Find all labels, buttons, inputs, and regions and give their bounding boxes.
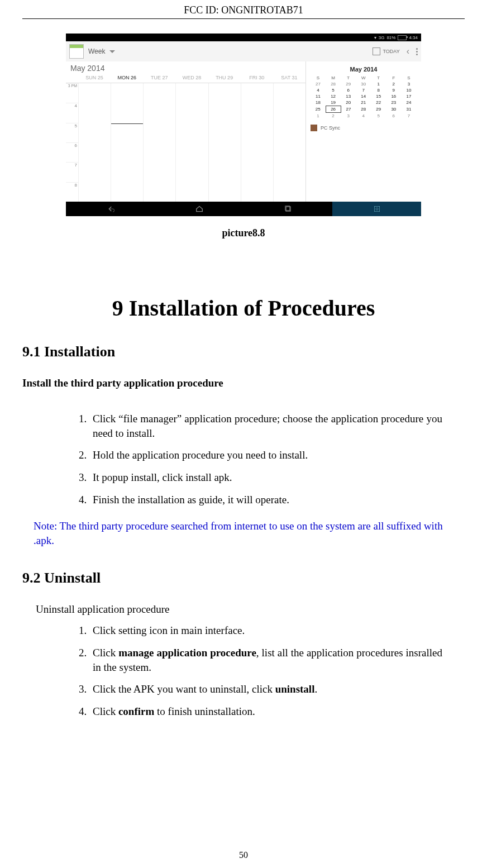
week-columns[interactable] (78, 83, 305, 202)
mini-calendar-day[interactable]: 23 (386, 99, 401, 106)
mini-calendar-day[interactable]: 22 (371, 99, 386, 106)
today-icon (373, 47, 380, 55)
mini-calendar-day[interactable]: 10 (401, 87, 416, 93)
mini-calendar-day[interactable]: 1 (371, 81, 386, 87)
network-3g-icon: 3G (379, 35, 385, 40)
mini-calendar-day[interactable]: 7 (356, 87, 371, 93)
mini-calendar-day[interactable]: 14 (356, 93, 371, 99)
mini-calendar-day[interactable]: 3 (341, 113, 356, 120)
weekday-header-cell[interactable]: THU 29 (208, 73, 241, 83)
mini-calendar-day[interactable]: 3 (401, 81, 416, 87)
list-item: It popup install, click install apk. (89, 470, 442, 485)
mini-calendar-day[interactable]: 5 (326, 87, 341, 93)
clock: 4:34 (409, 35, 418, 40)
install-steps-list: Click “file manager” application procedu… (89, 412, 442, 507)
mini-calendar-day[interactable]: 27 (341, 106, 356, 113)
mini-calendar-day[interactable]: 29 (371, 106, 386, 113)
pc-sync-label: PC Sync (321, 125, 340, 131)
dropdown-caret-icon[interactable] (109, 50, 115, 53)
svg-rect-2 (374, 206, 379, 211)
hour-label: 5 (66, 123, 78, 142)
nav-recent-button[interactable] (244, 202, 332, 216)
view-mode-label[interactable]: Week (88, 47, 105, 55)
nav-home-button[interactable] (155, 202, 244, 216)
mini-calendar-day[interactable]: 15 (371, 93, 386, 99)
weekday-header-cell[interactable]: WED 28 (175, 73, 208, 83)
new-event-chevron-icon[interactable]: ‹ (407, 46, 409, 56)
mini-calendar-dow: T (341, 75, 356, 81)
overflow-menu-icon[interactable] (416, 48, 418, 55)
nav-back-button[interactable] (66, 202, 155, 216)
mini-calendar-day[interactable]: 21 (356, 99, 371, 106)
list-item: Click the APK you want to uninstall, cli… (89, 682, 442, 697)
mini-calendar-day[interactable]: 6 (341, 87, 356, 93)
mini-calendar-day[interactable]: 27 (311, 81, 326, 87)
page-number: 50 (0, 850, 487, 860)
mini-calendar-dow: S (311, 75, 326, 81)
install-note: Note: The third party procedure searched… (34, 519, 453, 547)
weekday-header-cell[interactable]: SUN 25 (78, 73, 111, 83)
mini-calendar-day[interactable]: 8 (371, 87, 386, 93)
hour-label: 4 (66, 103, 78, 122)
mini-calendar-day[interactable]: 28 (356, 106, 371, 113)
mini-calendar-day[interactable]: 1 (311, 113, 326, 120)
pc-sync-row[interactable]: PC Sync (311, 125, 417, 131)
mini-calendar-day[interactable]: 18 (311, 99, 326, 106)
weekday-header-cell[interactable]: MON 26 (111, 73, 143, 83)
fcc-label: FCC ID: (184, 4, 219, 16)
nav-screenshot-button[interactable] (332, 202, 421, 216)
mini-calendar-day[interactable]: 4 (311, 87, 326, 93)
hour-label: 3 PM (66, 83, 78, 103)
mini-calendar-day[interactable]: 6 (386, 113, 401, 120)
mini-calendar-day[interactable]: 31 (401, 106, 416, 113)
mini-calendar-day[interactable]: 11 (311, 93, 326, 99)
mini-calendar-day[interactable]: 19 (326, 99, 341, 106)
mini-calendar-day[interactable]: 9 (386, 87, 401, 93)
mini-calendar-day[interactable]: 4 (356, 113, 371, 120)
today-label: TODAY (383, 49, 399, 54)
mini-calendar-dow: M (326, 75, 341, 81)
month-label: May 2014 (66, 61, 305, 73)
android-nav-bar (66, 202, 421, 216)
calendar-app-icon[interactable] (69, 44, 84, 59)
mini-calendar-day[interactable]: 30 (386, 106, 401, 113)
battery-icon (398, 35, 407, 40)
mini-calendar-day[interactable]: 5 (371, 113, 386, 120)
weekday-header-cell[interactable]: FRI 30 (241, 73, 273, 83)
signal-icon: ▾ (374, 35, 376, 40)
figure-caption: picture8.8 (22, 227, 465, 239)
hour-labels: 3 PM45678 (66, 83, 78, 202)
mini-calendar-day[interactable]: 20 (341, 99, 356, 106)
mini-calendar-dow: F (386, 75, 401, 81)
mini-calendar-day[interactable]: 28 (326, 81, 341, 87)
page-header: FCC ID: ONGNITROTAB71 (22, 0, 465, 16)
header-rule (22, 18, 465, 19)
mini-calendar-panel: May 2014 SMTWTFS 27282930123456789101112… (305, 61, 421, 202)
mini-calendar-day[interactable]: 12 (326, 93, 341, 99)
mini-calendar-day[interactable]: 2 (326, 113, 341, 120)
section-9-2-subhead: Uninstall application procedure (36, 603, 465, 616)
list-item: Hold the application procedure you need … (89, 448, 442, 462)
list-item: Click manage application procedure, list… (89, 646, 442, 674)
mini-calendar-day[interactable]: 7 (401, 113, 416, 120)
mini-calendar-day[interactable]: 13 (341, 93, 356, 99)
today-button[interactable]: TODAY (373, 47, 399, 55)
mini-calendar-day[interactable]: 24 (401, 99, 416, 106)
battery-percent: 81% (386, 35, 395, 40)
weekday-header: SUN 25MON 26TUE 27WED 28THU 29FRI 30SAT … (66, 73, 305, 83)
weekday-header-cell[interactable]: SAT 31 (273, 73, 305, 83)
mini-calendar-day[interactable]: 17 (401, 93, 416, 99)
mini-calendar-day[interactable]: 29 (341, 81, 356, 87)
list-item: Click confirm to finish uninstallation. (89, 704, 442, 719)
list-item: Click setting icon in main interface. (89, 623, 442, 638)
mini-calendar-day[interactable]: 30 (356, 81, 371, 87)
mini-calendar-day[interactable]: 2 (386, 81, 401, 87)
pc-sync-swatch-icon (311, 125, 317, 131)
mini-calendar-day[interactable]: 26 (326, 106, 341, 113)
mini-calendar-body: 2728293012345678910111213141516171819202… (311, 81, 417, 119)
weekday-header-cell[interactable]: TUE 27 (143, 73, 175, 83)
mini-calendar-day[interactable]: 16 (386, 93, 401, 99)
mini-calendar-day[interactable]: 25 (311, 106, 326, 113)
section-9-2-heading: 9.2 Uninstall (22, 570, 465, 586)
mini-calendar[interactable]: SMTWTFS 27282930123456789101112131415161… (311, 75, 417, 119)
